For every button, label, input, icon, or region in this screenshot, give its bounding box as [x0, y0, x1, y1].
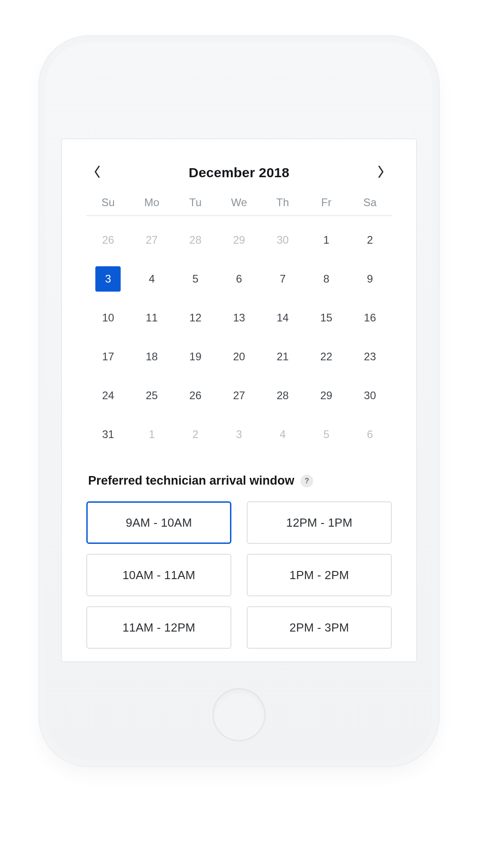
calendar-day[interactable]: 31: [86, 415, 130, 454]
calendar-day[interactable]: 17: [86, 337, 130, 376]
arrival-window-option[interactable]: 10AM - 11AM: [86, 554, 231, 596]
calendar-day[interactable]: 23: [348, 337, 392, 376]
calendar-day[interactable]: 18: [130, 337, 174, 376]
calendar-day-label: 29: [226, 227, 252, 253]
calendar-day[interactable]: 26: [174, 376, 217, 415]
weekday-label: Sa: [348, 196, 392, 209]
calendar-weekday-row: Su Mo Tu We Th Fr Sa: [86, 194, 392, 215]
calendar-day-label: 28: [270, 383, 296, 408]
calendar-day-label: 6: [226, 266, 252, 292]
weekday-label: Su: [86, 196, 130, 209]
arrival-window-options: 9AM - 10AM12PM - 1PM10AM - 11AM1PM - 2PM…: [86, 501, 392, 649]
next-month-button[interactable]: [372, 164, 390, 182]
calendar-day[interactable]: 28: [261, 376, 305, 415]
calendar-day[interactable]: 6: [348, 415, 392, 454]
calendar-day-label: 1: [314, 227, 339, 253]
calendar-day[interactable]: 5: [174, 259, 217, 298]
calendar-day[interactable]: 2: [174, 415, 217, 454]
calendar-day[interactable]: 4: [261, 415, 305, 454]
screen-card: December 2018 Su Mo Tu We Th Fr Sa: [61, 138, 417, 662]
calendar-day[interactable]: 5: [305, 415, 348, 454]
arrival-window-option[interactable]: 1PM - 2PM: [247, 554, 392, 596]
calendar-day-label: 30: [357, 383, 383, 408]
calendar-day[interactable]: 21: [261, 337, 305, 376]
calendar-day[interactable]: 20: [217, 337, 261, 376]
calendar-header: December 2018: [86, 164, 392, 194]
calendar-day[interactable]: 7: [261, 259, 305, 298]
calendar-day-label: 12: [183, 305, 208, 330]
chevron-left-icon: [94, 165, 101, 180]
calendar-day[interactable]: 30: [261, 221, 305, 259]
calendar-day-label: 9: [357, 266, 383, 292]
calendar-day[interactable]: 30: [348, 376, 392, 415]
calendar-day[interactable]: 28: [174, 221, 217, 259]
calendar-day-label: 4: [139, 266, 164, 292]
calendar-day[interactable]: 3: [86, 259, 130, 298]
calendar-grid: 2627282930123456789101112131415161718192…: [86, 221, 392, 454]
calendar-day-label: 11: [139, 305, 164, 330]
weekday-label: Th: [261, 196, 305, 209]
calendar-day-label: 8: [314, 266, 339, 292]
calendar-day[interactable]: 22: [305, 337, 348, 376]
calendar-day-label: 29: [314, 383, 339, 408]
prev-month-button[interactable]: [88, 164, 106, 182]
calendar-day-label: 19: [183, 344, 208, 369]
arrival-window-option[interactable]: 12PM - 1PM: [247, 501, 392, 544]
calendar-day[interactable]: 15: [305, 298, 348, 337]
calendar-day[interactable]: 14: [261, 298, 305, 337]
help-icon[interactable]: ?: [301, 475, 313, 487]
calendar-day-label: 27: [226, 383, 252, 408]
calendar-day[interactable]: 25: [130, 376, 174, 415]
calendar-day-label: 10: [95, 305, 121, 330]
arrival-window-heading-row: Preferred technician arrival window ?: [86, 474, 392, 488]
calendar-day-label: 4: [270, 422, 296, 447]
calendar-day-label: 23: [357, 344, 383, 369]
calendar-day-label: 31: [95, 422, 121, 447]
calendar-day-label: 3: [95, 266, 121, 292]
calendar-day-label: 18: [139, 344, 164, 369]
calendar-day-label: 16: [357, 305, 383, 330]
calendar-day[interactable]: 11: [130, 298, 174, 337]
calendar-day-label: 25: [139, 383, 164, 408]
weekday-label: We: [217, 196, 261, 209]
calendar-day[interactable]: 24: [86, 376, 130, 415]
calendar-day[interactable]: 29: [217, 221, 261, 259]
home-button[interactable]: [212, 688, 266, 741]
calendar-day[interactable]: 12: [174, 298, 217, 337]
calendar-day[interactable]: 10: [86, 298, 130, 337]
calendar-day[interactable]: 6: [217, 259, 261, 298]
calendar-day[interactable]: 1: [130, 415, 174, 454]
calendar-day-label: 6: [357, 422, 383, 447]
calendar-day[interactable]: 8: [305, 259, 348, 298]
calendar-day[interactable]: 19: [174, 337, 217, 376]
calendar-day[interactable]: 9: [348, 259, 392, 298]
arrival-window-option[interactable]: 9AM - 10AM: [86, 501, 231, 544]
calendar-day[interactable]: 29: [305, 376, 348, 415]
calendar-day[interactable]: 27: [130, 221, 174, 259]
weekday-label: Fr: [305, 196, 348, 209]
calendar-day[interactable]: 3: [217, 415, 261, 454]
calendar-day[interactable]: 13: [217, 298, 261, 337]
calendar-day-label: 14: [270, 305, 296, 330]
calendar-day-label: 2: [183, 422, 208, 447]
calendar-day[interactable]: 2: [348, 221, 392, 259]
calendar-day[interactable]: 4: [130, 259, 174, 298]
calendar-day-label: 13: [226, 305, 252, 330]
calendar-day[interactable]: 27: [217, 376, 261, 415]
calendar-day-label: 27: [139, 227, 164, 253]
calendar-day-label: 26: [95, 227, 121, 253]
calendar-day[interactable]: 16: [348, 298, 392, 337]
calendar-day-label: 28: [183, 227, 208, 253]
phone-frame: December 2018 Su Mo Tu We Th Fr Sa: [39, 36, 439, 766]
arrival-window-heading: Preferred technician arrival window: [88, 474, 294, 488]
calendar-day[interactable]: 1: [305, 221, 348, 259]
calendar-day-label: 2: [357, 227, 383, 253]
calendar-day-label: 3: [226, 422, 252, 447]
calendar-day-label: 5: [183, 266, 208, 292]
arrival-window-option[interactable]: 2PM - 3PM: [247, 606, 392, 649]
calendar-day-label: 26: [183, 383, 208, 408]
calendar-day[interactable]: 26: [86, 221, 130, 259]
calendar-day-label: 1: [139, 422, 164, 447]
arrival-window-option[interactable]: 11AM - 12PM: [86, 606, 231, 649]
weekday-label: Tu: [174, 196, 217, 209]
